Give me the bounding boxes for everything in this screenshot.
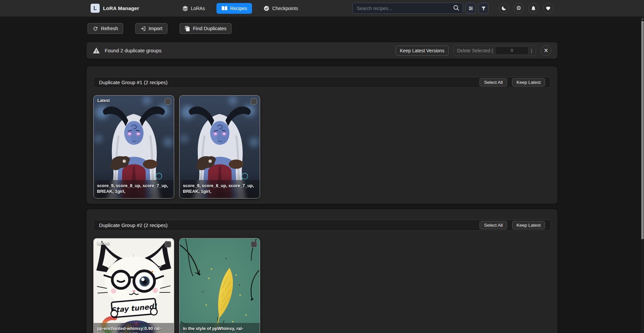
import-label: Import [149, 26, 162, 31]
delete-selected-button[interactable]: Delete Selected ( ) [453, 45, 536, 56]
import-button[interactable]: Import [135, 23, 167, 34]
search-icon[interactable] [453, 4, 460, 12]
search-input[interactable] [352, 3, 463, 14]
delete-selected-prefix: Delete Selected ( [457, 48, 493, 53]
tab-recipes[interactable]: Recipes [216, 3, 252, 14]
app-title: LoRA Manager [103, 5, 139, 11]
filter-button[interactable] [478, 3, 489, 14]
card-checkbox[interactable] [251, 241, 257, 247]
toolbar: Refresh Import Find Duplicates [87, 23, 557, 34]
recipe-card[interactable]: Latest score_9, score_8_up, score_7_up, … [93, 95, 174, 199]
bell-icon [531, 5, 536, 11]
heart-icon [545, 5, 551, 11]
nav-tabs: LoRAs Recipes Checkpoints [179, 3, 302, 14]
sort-options-button[interactable] [465, 3, 476, 14]
book-icon [221, 5, 228, 11]
group-2-keep-latest-button[interactable]: Keep Latest [512, 221, 545, 229]
duplicates-alert-bar: Found 2 duplicate groups Keep Latest Ver… [87, 42, 557, 59]
duplicate-group-2: Duplicate Group #2 (2 recipes) Select Al… [87, 209, 557, 333]
tab-label: LoRAs [191, 6, 205, 11]
refresh-icon [93, 26, 98, 32]
keep-latest-versions-button[interactable]: Keep Latest Versions [396, 46, 449, 56]
find-duplicates-label: Find Duplicates [193, 26, 227, 31]
tab-loras[interactable]: LoRAs [179, 3, 208, 14]
latest-badge: Latest [97, 98, 110, 103]
tab-checkpoints[interactable]: Checkpoints [260, 3, 301, 14]
alert-message: Found 2 duplicate groups [105, 48, 161, 53]
scrollbar-thumb[interactable] [641, 21, 644, 239]
recipe-preview-feather [180, 238, 260, 333]
duplicate-group-1: Duplicate Group #1 (2 recipes) Select Al… [87, 66, 557, 204]
scrollbar[interactable]: ▲ [641, 16, 644, 333]
scrollbar-up-arrow-icon[interactable]: ▲ [641, 16, 644, 20]
brand: L LoRA Manager [91, 4, 139, 13]
latest-badge: Latest [97, 241, 110, 246]
check-circle-icon [263, 5, 269, 11]
sliders-icon [468, 5, 474, 11]
group-1-select-all-button[interactable]: Select All [480, 78, 507, 87]
delete-count-input[interactable] [495, 47, 529, 55]
card-caption: pp-enchanted-whimsy:0.90 ral-frctlgmtry_… [94, 323, 174, 333]
warning-icon [93, 47, 100, 54]
search [352, 3, 463, 14]
moon-icon [501, 5, 507, 11]
recipe-card[interactable]: Stay tuned! Latest pp-enchanted-whimsy:0… [93, 238, 174, 333]
group-2-cards: Stay tuned! Latest pp-enchanted-whimsy:0… [93, 238, 551, 333]
duplicates-copy-icon [185, 26, 190, 32]
find-duplicates-button[interactable]: Find Duplicates [180, 23, 232, 34]
support-button[interactable] [543, 3, 553, 13]
recipe-preview-cat-sign: Stay tuned! [94, 238, 174, 333]
refresh-label: Refresh [101, 26, 118, 31]
card-checkbox[interactable] [165, 98, 171, 105]
file-import-icon [140, 26, 146, 32]
theme-toggle-button[interactable] [499, 3, 509, 13]
tab-label: Recipes [230, 6, 247, 11]
main-content: Refresh Import Find Duplicates Found 2 d… [87, 23, 557, 333]
recipe-card[interactable]: in the style of ppWhimsy, ral-frctlgmtry… [179, 238, 260, 333]
layers-icon [182, 5, 188, 11]
group-1-title: Duplicate Group #1 (2 recipes) [99, 79, 167, 85]
card-checkbox[interactable] [165, 241, 171, 247]
group-2-select-all-button[interactable]: Select All [480, 221, 507, 229]
tab-label: Checkpoints [272, 6, 298, 11]
group-1-keep-latest-button[interactable]: Keep Latest [512, 78, 545, 87]
card-caption: score_9, score_8_up, score_7_up, BREAK, … [94, 180, 174, 198]
group-2-title: Duplicate Group #2 (2 recipes) [99, 222, 167, 228]
app-logo: L [91, 4, 100, 13]
delete-selected-suffix: ) [531, 48, 532, 53]
navbar-actions: ⚙ [499, 3, 553, 13]
group-1-header: Duplicate Group #1 (2 recipes) Select Al… [93, 77, 551, 88]
group-2-header: Duplicate Group #2 (2 recipes) Select Al… [93, 220, 551, 231]
card-caption: in the style of ppWhimsy, ral-frctlgmtry… [180, 323, 260, 333]
group-1-cards: Latest score_9, score_8_up, score_7_up, … [93, 95, 551, 199]
gear-icon: ⚙ [516, 5, 521, 11]
card-checkbox[interactable] [251, 98, 257, 105]
navbar: L LoRA Manager LoRAs Recipes Checkpoints [0, 0, 644, 16]
card-caption: score_9, score_8_up, score_7_up, BREAK, … [180, 180, 260, 198]
close-alert-button[interactable]: × [541, 45, 551, 56]
refresh-button[interactable]: Refresh [88, 23, 123, 34]
settings-button[interactable]: ⚙ [513, 3, 524, 13]
notifications-button[interactable] [528, 3, 539, 13]
filter-funnel-icon [481, 6, 486, 11]
recipe-card[interactable]: score_9, score_8_up, score_7_up, BREAK, … [179, 95, 260, 199]
